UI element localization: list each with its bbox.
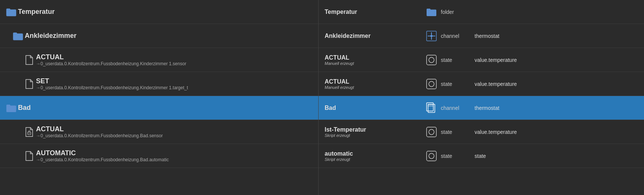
right-name-col-r-actual-2: ACTUAL Manuell erzeugt xyxy=(325,78,422,90)
right-name-col-r-ist-temperatur: Ist-Temperatur Skript erzeugt xyxy=(325,126,422,138)
right-subtitle-r-actual-2: Manuell erzeugt xyxy=(325,85,422,90)
title-bad-folder: Bad xyxy=(18,104,31,112)
subtitle-set-1: →0_userdata.0.Kontrollzentrum.Fussbodenh… xyxy=(36,85,188,90)
title-actual-1: ACTUAL xyxy=(36,53,186,61)
right-row-r-actual-1[interactable]: ACTUAL Manuell erzeugt state value.tempe… xyxy=(319,48,644,72)
icon-actual-bad xyxy=(22,127,36,137)
right-row-r-automatic[interactable]: automatic Skript erzeugt state state xyxy=(319,144,644,168)
content-temperatur-folder: Temperatur xyxy=(18,8,55,16)
title-automatic-bad: AUTOMATIC xyxy=(36,149,169,157)
svg-rect-14 xyxy=(427,127,436,137)
left-tree-panel: Temperatur Ankleidezimmer ACTUAL →0_user… xyxy=(0,0,319,195)
right-role-r-ankleidezimmer: thermostat xyxy=(475,33,499,39)
svg-rect-8 xyxy=(427,55,436,65)
right-name-r-ist-temperatur: Ist-Temperatur xyxy=(325,126,422,133)
icon-set-1 xyxy=(22,79,36,89)
icon-automatic-bad xyxy=(22,151,36,161)
svg-point-6 xyxy=(431,33,432,34)
right-icon-r-actual-2 xyxy=(422,79,441,89)
svg-point-11 xyxy=(429,81,434,87)
icon-temperatur-folder xyxy=(4,7,18,17)
svg-rect-10 xyxy=(427,79,436,89)
right-type-r-temperatur: folder xyxy=(441,9,475,15)
right-type-r-bad: channel xyxy=(441,105,475,111)
right-name-col-r-bad: Bad xyxy=(325,105,422,111)
right-name-col-r-actual-1: ACTUAL Manuell erzeugt xyxy=(325,54,422,66)
title-actual-bad: ACTUAL xyxy=(36,125,163,133)
right-role-r-bad: thermostat xyxy=(475,105,499,111)
right-subtitle-r-actual-1: Manuell erzeugt xyxy=(325,61,422,66)
right-icon-r-ankleidezimmer xyxy=(422,31,441,41)
right-type-r-actual-2: state xyxy=(441,81,475,87)
right-detail-panel: Temperatur folder Ankleidezimmer channel… xyxy=(319,0,644,195)
content-bad-folder: Bad xyxy=(18,104,31,112)
svg-point-9 xyxy=(429,57,434,63)
content-actual-bad: ACTUAL →0_userdata.0.Kontrollzentrum.Fus… xyxy=(36,125,163,138)
right-icon-r-bad xyxy=(422,102,441,114)
icon-ankleidezimmer-folder xyxy=(11,31,25,41)
left-row-ankleidezimmer-folder[interactable]: Ankleidezimmer xyxy=(0,24,318,48)
svg-point-5 xyxy=(430,35,433,37)
right-role-r-actual-2: value.temperature xyxy=(475,81,517,87)
right-name-col-r-temperatur: Temperatur xyxy=(325,9,422,15)
left-row-actual-1[interactable]: ACTUAL →0_userdata.0.Kontrollzentrum.Fus… xyxy=(0,48,318,72)
right-row-r-temperatur[interactable]: Temperatur folder xyxy=(319,0,644,24)
title-ankleidezimmer-folder: Ankleidezimmer xyxy=(25,32,76,40)
right-type-r-ankleidezimmer: channel xyxy=(441,33,475,39)
left-row-bad-folder[interactable]: Bad xyxy=(0,96,318,120)
title-temperatur-folder: Temperatur xyxy=(18,8,55,16)
left-row-actual-bad[interactable]: ACTUAL →0_userdata.0.Kontrollzentrum.Fus… xyxy=(0,120,318,144)
right-subtitle-r-automatic: Skript erzeugt xyxy=(325,157,422,162)
icon-bad-folder xyxy=(4,103,18,113)
right-type-r-ist-temperatur: state xyxy=(441,129,475,135)
right-icon-r-ist-temperatur xyxy=(422,127,441,137)
right-role-r-ist-temperatur: value.temperature xyxy=(475,129,517,135)
icon-actual-1 xyxy=(22,55,36,65)
right-name-r-bad: Bad xyxy=(325,105,422,111)
right-name-r-automatic: automatic xyxy=(325,150,422,157)
right-name-r-ankleidezimmer: Ankleidezimmer xyxy=(325,33,422,39)
right-type-r-automatic: state xyxy=(441,153,475,159)
subtitle-automatic-bad: →0_userdata.0.Kontrollzentrum.Fussbodenh… xyxy=(36,157,169,162)
right-row-r-ist-temperatur[interactable]: Ist-Temperatur Skript erzeugt state valu… xyxy=(319,120,644,144)
right-row-r-actual-2[interactable]: ACTUAL Manuell erzeugt state value.tempe… xyxy=(319,72,644,96)
content-ankleidezimmer-folder: Ankleidezimmer xyxy=(25,32,76,40)
svg-rect-16 xyxy=(427,151,436,161)
right-name-r-actual-1: ACTUAL xyxy=(325,54,422,61)
left-row-automatic-bad[interactable]: AUTOMATIC →0_userdata.0.Kontrollzentrum.… xyxy=(0,144,318,168)
right-type-r-actual-1: state xyxy=(441,57,475,63)
svg-point-7 xyxy=(431,38,432,39)
left-row-set-1[interactable]: SET →0_userdata.0.Kontrollzentrum.Fussbo… xyxy=(0,72,318,96)
right-icon-r-actual-1 xyxy=(422,55,441,65)
right-icon-r-temperatur xyxy=(422,7,441,17)
right-row-r-ankleidezimmer[interactable]: Ankleidezimmer channel thermostat xyxy=(319,24,644,48)
right-role-r-automatic: state xyxy=(475,153,486,159)
content-set-1: SET →0_userdata.0.Kontrollzentrum.Fussbo… xyxy=(36,77,188,90)
content-actual-1: ACTUAL →0_userdata.0.Kontrollzentrum.Fus… xyxy=(36,53,186,66)
svg-point-15 xyxy=(429,129,434,135)
right-icon-r-automatic xyxy=(422,151,441,161)
right-name-r-temperatur: Temperatur xyxy=(325,9,422,15)
subtitle-actual-1: →0_userdata.0.Kontrollzentrum.Fussbodenh… xyxy=(36,61,186,66)
svg-point-1 xyxy=(29,133,30,134)
right-name-r-actual-2: ACTUAL xyxy=(325,78,422,85)
right-subtitle-r-ist-temperatur: Skript erzeugt xyxy=(325,133,422,138)
title-set-1: SET xyxy=(36,77,188,85)
svg-point-17 xyxy=(429,153,434,159)
left-row-temperatur-folder[interactable]: Temperatur xyxy=(0,0,318,24)
right-name-col-r-ankleidezimmer: Ankleidezimmer xyxy=(325,33,422,39)
right-name-col-r-automatic: automatic Skript erzeugt xyxy=(325,150,422,162)
subtitle-actual-bad: →0_userdata.0.Kontrollzentrum.Fussbodenh… xyxy=(36,133,163,138)
content-automatic-bad: AUTOMATIC →0_userdata.0.Kontrollzentrum.… xyxy=(36,149,169,162)
right-row-r-bad[interactable]: Bad channel thermostat xyxy=(319,96,644,120)
right-role-r-actual-1: value.temperature xyxy=(475,57,517,63)
